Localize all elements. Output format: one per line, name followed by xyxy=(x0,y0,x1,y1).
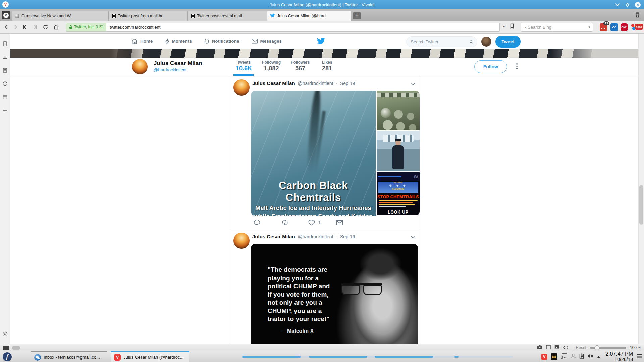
notes-panel-icon[interactable] xyxy=(2,68,8,74)
back-button[interactable] xyxy=(2,23,11,31)
search-bar[interactable]: ▾ ▼ xyxy=(521,23,593,32)
account-avatar[interactable] xyxy=(481,37,491,47)
tray-clock[interactable]: 2:07:47 PM 10/26/18 xyxy=(605,351,633,362)
tweet-caret-icon[interactable] xyxy=(411,81,415,87)
nav-home[interactable]: Home xyxy=(131,38,153,44)
security-badge[interactable]: Twitter, Inc. [US] xyxy=(66,23,106,31)
tray-volume-icon[interactable] xyxy=(587,353,593,360)
profile-banner-image[interactable] xyxy=(10,49,638,58)
tweet-date[interactable]: Sep 16 xyxy=(340,234,355,239)
url-dropdown-arrow[interactable]: ▼ xyxy=(502,25,505,28)
stat-tweets[interactable]: Tweets 10.6K xyxy=(231,58,257,76)
tweet-media-grid[interactable]: Carbon Black Chemtrails Melt Arctic Ice … xyxy=(251,90,420,216)
bookmarks-panel-icon[interactable] xyxy=(2,41,8,48)
page-actions-arrows-icon[interactable] xyxy=(563,345,568,351)
tray-display-icon[interactable] xyxy=(561,353,567,360)
profile-more-menu-icon[interactable] xyxy=(515,63,519,69)
cabin-barrels-image[interactable] xyxy=(377,90,420,130)
chemtrail-video-thumbnail[interactable]: Carbon Black Chemtrails Melt Arctic Ice … xyxy=(251,90,376,216)
twitter-search-input[interactable] xyxy=(411,39,470,44)
malcolm-x-meme-image[interactable]: "The democrats are playing you for a pol… xyxy=(251,244,418,344)
reload-button[interactable] xyxy=(41,23,50,31)
tweet-button[interactable]: Tweet xyxy=(495,36,521,48)
bookmark-page-icon[interactable] xyxy=(510,23,514,30)
fedora-menu-icon[interactable]: f xyxy=(3,352,12,361)
extension-icon-feed[interactable]: 13 xyxy=(600,23,607,31)
minimize-button[interactable] xyxy=(615,3,620,6)
maximize-button[interactable] xyxy=(625,3,630,7)
extension-icon-1080[interactable]: 1080 xyxy=(635,24,643,30)
stat-following[interactable]: Following 1,082 xyxy=(257,58,286,76)
twitter-search-box[interactable] xyxy=(406,36,477,47)
stat-followers[interactable]: Followers 567 xyxy=(286,58,315,76)
page-scrollbar[interactable] xyxy=(638,34,644,344)
settings-gear-icon[interactable] xyxy=(2,331,8,338)
stop-chemtrails-poster-image[interactable]: ## BARIUM ✈ ✈ ✈ ALUMINUM STOP CHEMTRAILS xyxy=(377,172,420,215)
scrollbar-thumb[interactable] xyxy=(639,185,643,225)
profile-avatar[interactable] xyxy=(131,58,148,75)
extension-icon-trends[interactable] xyxy=(610,23,618,31)
history-panel-icon[interactable] xyxy=(2,81,8,88)
forward-button[interactable] xyxy=(11,23,20,31)
tweet-avatar[interactable] xyxy=(233,233,250,249)
panel-toggle-icon[interactable] xyxy=(3,346,9,350)
tweet-card[interactable]: Julus Cesar Milan @hardrockintlent · Sep… xyxy=(229,76,420,229)
zoom-slider[interactable] xyxy=(590,347,626,349)
twitter-bird-icon[interactable] xyxy=(317,37,325,46)
stat-likes[interactable]: Likes 281 xyxy=(315,58,339,76)
tab-twitter-posts-reveal[interactable]: Twitter posts reveal mail xyxy=(188,11,267,21)
zoom-slider-knob[interactable] xyxy=(595,345,599,350)
close-button[interactable]: ✕ xyxy=(635,2,641,8)
add-panel-icon[interactable] xyxy=(2,108,8,115)
tweet-author-handle[interactable]: @hardrockintlent xyxy=(298,81,333,86)
tray-user-icon[interactable] xyxy=(571,353,576,360)
taskbar-item-thunderbird[interactable]: Inbox - temlakos@gmail.co... xyxy=(31,351,107,362)
nav-moments[interactable]: Moments xyxy=(165,38,192,44)
tweet-date[interactable]: Sep 19 xyxy=(340,81,355,86)
nav-messages[interactable]: Messages xyxy=(252,39,282,44)
reply-button[interactable] xyxy=(254,219,260,226)
taskbar-pager[interactable] xyxy=(242,356,513,358)
tray-menu-icon[interactable] xyxy=(636,354,642,360)
tweet-author-name[interactable]: Julus Cesar Milan xyxy=(252,80,295,86)
nav-notifications[interactable]: Notifications xyxy=(204,38,239,44)
page-images-icon[interactable] xyxy=(554,345,559,351)
tab-twitter-post-mail[interactable]: Twitter post from mail bo xyxy=(109,11,188,21)
zoom-reset-label[interactable]: Reset xyxy=(576,345,586,350)
follow-button[interactable]: Follow xyxy=(474,60,507,73)
closed-tabs-trash-icon[interactable] xyxy=(635,12,640,19)
profile-handle[interactable]: @hardrockintlent xyxy=(154,67,186,72)
tweet-caret-icon[interactable] xyxy=(411,234,415,240)
tab-conservative-news[interactable]: Conservative News and W xyxy=(12,11,109,21)
search-engine-dropdown[interactable]: ▾ xyxy=(525,26,526,29)
url-field[interactable]: Twitter, Inc. [US] twitter.com/hardrocki… xyxy=(66,23,500,32)
home-button[interactable] xyxy=(52,23,60,31)
page-tiling-icon[interactable] xyxy=(546,345,551,351)
pilot-cabin-image[interactable] xyxy=(377,131,420,171)
tweet-author-handle[interactable]: @hardrockintlent xyxy=(298,234,333,239)
tray-screenshot-icon[interactable] xyxy=(551,353,557,360)
tray-vivaldi-icon[interactable]: V xyxy=(541,354,547,360)
tray-expand-icon[interactable] xyxy=(597,354,601,360)
profile-name[interactable]: Julus Cesar Milan xyxy=(154,60,202,67)
new-tab-button[interactable]: + xyxy=(353,12,361,19)
search-history-dropdown[interactable]: ▼ xyxy=(588,26,591,29)
extension-icon-adblock[interactable]: ABP xyxy=(621,23,628,31)
capture-page-icon[interactable] xyxy=(537,345,542,351)
tweet-card[interactable]: Julus Cesar Milan @hardrockintlent · Sep… xyxy=(229,229,420,344)
downloads-panel-icon[interactable] xyxy=(2,54,8,61)
panel-resize-handle[interactable] xyxy=(12,346,20,350)
tray-clipboard-icon[interactable] xyxy=(579,353,584,360)
rewind-button[interactable] xyxy=(21,23,30,31)
taskbar-item-vivaldi[interactable]: V Julus Cesar Milan (@hardroc... xyxy=(111,351,189,362)
dm-button[interactable] xyxy=(336,220,343,225)
tweet-author-name[interactable]: Julus Cesar Milan xyxy=(252,234,295,239)
fast-forward-button[interactable] xyxy=(31,23,40,31)
tab-twitter-profile-active[interactable]: Julus Cesar Milan (@hard xyxy=(267,11,351,21)
retweet-button[interactable] xyxy=(281,220,289,225)
tweet-avatar[interactable] xyxy=(233,79,250,96)
bing-search-input[interactable] xyxy=(528,25,587,30)
vivaldi-menu-button[interactable]: V xyxy=(2,11,10,19)
like-button[interactable] xyxy=(308,220,315,226)
windows-panel-icon[interactable] xyxy=(2,95,8,101)
